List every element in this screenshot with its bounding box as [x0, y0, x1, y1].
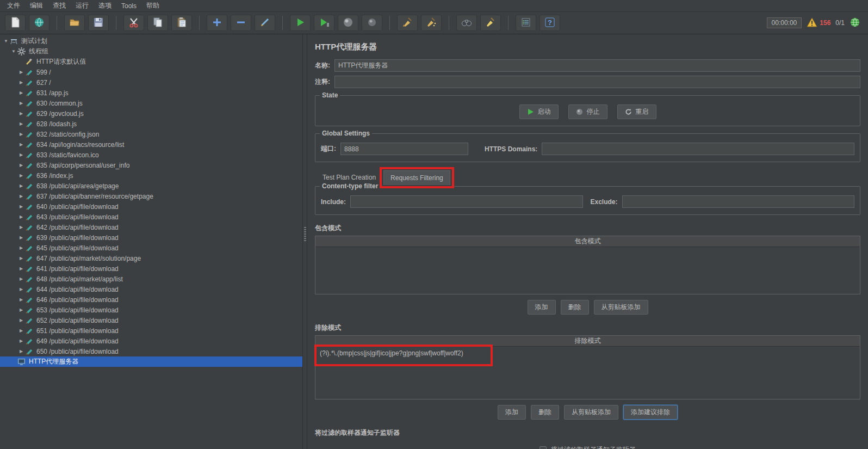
tree-node[interactable]: ▶645 /public/api/file/download [0, 243, 302, 253]
toolbar-cut-button[interactable] [123, 15, 144, 31]
name-input[interactable] [334, 59, 860, 72]
tree-node[interactable]: ▶631 /app.js [0, 88, 302, 98]
toolbar-new-button[interactable] [5, 15, 26, 31]
tree-collapsed-arrow[interactable]: ▶ [17, 318, 25, 323]
toolbar-search-button[interactable] [456, 15, 477, 31]
error-indicator[interactable]: 156 [807, 17, 830, 29]
tree-node[interactable]: ▶627 / [0, 77, 302, 88]
tree-expanded-arrow[interactable]: ▼ [2, 39, 10, 44]
tree-collapsed-arrow[interactable]: ▶ [17, 204, 25, 209]
tree-collapsed-arrow[interactable]: ▶ [17, 173, 25, 178]
tree-collapsed-arrow[interactable]: ▶ [17, 101, 25, 106]
toolbar-templates-button[interactable] [29, 15, 49, 31]
tree-node[interactable]: ▶646 /public/api/file/download [0, 294, 302, 305]
tree-node[interactable]: ▶640 /public/api/file/download [0, 201, 302, 212]
删除-button[interactable]: 删除 [561, 300, 589, 315]
tree-node[interactable]: ▶643 /public/api/file/download [0, 212, 302, 222]
tree-node[interactable]: ▶652 /public/api/file/download [0, 315, 302, 325]
port-input[interactable] [340, 143, 468, 155]
tree-node[interactable]: ▶644 /public/api/file/download [0, 284, 302, 294]
toolbar-start-no-timers-button[interactable] [314, 15, 334, 31]
tree-node[interactable]: ▼线程组 [0, 46, 302, 57]
tree-node[interactable]: ▶599 / [0, 67, 302, 77]
tree-collapsed-arrow[interactable]: ▶ [17, 225, 25, 230]
添加建议排除-button[interactable]: 添加建议排除 [623, 405, 678, 420]
tree-node[interactable]: ▶641 /public/api/file/download [0, 263, 302, 274]
tree-collapsed-arrow[interactable]: ▶ [17, 194, 25, 199]
tree-node[interactable]: ▶628 /lodash.js [0, 119, 302, 129]
tree-node[interactable]: ▶637 /public/api/banner/resource/getpage [0, 191, 302, 201]
comment-input[interactable] [334, 76, 860, 88]
tree-node[interactable]: ▶630 /common.js [0, 98, 302, 108]
tree-collapsed-arrow[interactable]: ▶ [17, 152, 25, 157]
tree-collapsed-arrow[interactable]: ▶ [17, 163, 25, 168]
split-divider[interactable] [302, 34, 307, 449]
tree-node[interactable]: ▶651 /public/api/file/download [0, 325, 302, 336]
tree-collapsed-arrow[interactable]: ▶ [17, 266, 25, 271]
删除-button[interactable]: 删除 [531, 405, 559, 420]
menu-item-编辑[interactable]: 编辑 [25, 0, 48, 12]
tree-collapsed-arrow[interactable]: ▶ [17, 256, 25, 261]
tree-node[interactable]: ▶642 /public/api/file/download [0, 222, 302, 232]
toolbar-save-button[interactable] [88, 15, 109, 31]
tree-node[interactable]: ▶634 /api/login/acs/resource/list [0, 139, 302, 150]
tree-collapsed-arrow[interactable]: ▶ [17, 276, 25, 281]
exclude-input[interactable] [622, 195, 854, 208]
exclude-patterns-body[interactable]: (?i).*\.(bmp|css|js|gif|ico|jpe?g|png|sw… [315, 347, 860, 399]
include-input[interactable] [350, 195, 582, 208]
tree-collapsed-arrow[interactable]: ▶ [17, 339, 25, 343]
tree-collapsed-arrow[interactable]: ▶ [17, 90, 25, 95]
tree-node[interactable]: ▼测试计划 [0, 36, 302, 46]
tree-node[interactable]: HTTP请求默认值 [0, 57, 302, 67]
tree-collapsed-arrow[interactable]: ▶ [17, 183, 25, 188]
toolbar-remove-button[interactable] [231, 15, 251, 31]
toolbar-clear-button[interactable] [397, 15, 418, 31]
toolbar-toggle-button[interactable] [255, 15, 275, 31]
toolbar-add-button[interactable] [207, 15, 227, 31]
tree-node[interactable]: HTTP代理服务器 [0, 356, 302, 367]
toolbar-start-button[interactable] [290, 15, 311, 31]
tree-collapsed-arrow[interactable]: ▶ [17, 80, 25, 85]
tree-collapsed-arrow[interactable]: ▶ [17, 287, 25, 292]
pattern-row[interactable]: (?i).*\.(bmp|css|js|gif|ico|jpe?g|png|sw… [315, 347, 860, 360]
tree-node[interactable]: ▶636 /index.js [0, 170, 302, 181]
tree-node[interactable]: ▶650 /public/api/file/download [0, 346, 302, 356]
tree-collapsed-arrow[interactable]: ▶ [17, 328, 25, 333]
tree-collapsed-arrow[interactable]: ▶ [17, 132, 25, 137]
添加-button[interactable]: 添加 [498, 405, 526, 420]
从剪贴板添加-button[interactable]: 从剪贴板添加 [564, 405, 618, 420]
停止-button[interactable]: 停止 [568, 104, 607, 119]
https-domains-input[interactable] [542, 143, 854, 155]
splitter-grip[interactable] [304, 226, 306, 242]
menu-item-查找[interactable]: 查找 [48, 0, 71, 12]
toolbar-search-reset-button[interactable] [480, 15, 501, 31]
tree-expanded-arrow[interactable]: ▼ [10, 49, 17, 54]
tree-collapsed-arrow[interactable]: ▶ [17, 297, 25, 302]
tree-node[interactable]: ▶635 /api/corp/personal/user_info [0, 160, 302, 170]
tree-collapsed-arrow[interactable]: ▶ [17, 111, 25, 116]
tree-collapsed-arrow[interactable]: ▶ [17, 307, 25, 312]
toolbar-clear-all-button[interactable] [421, 15, 442, 31]
tree-node[interactable]: ▶629 /govcloud.js [0, 108, 302, 119]
toolbar-shutdown-button[interactable] [362, 15, 382, 31]
tree-node[interactable]: ▶638 /public/api/area/getpage [0, 181, 302, 191]
tree-node[interactable]: ▶649 /public/api/file/download [0, 336, 302, 346]
启动-button[interactable]: 启动 [519, 104, 559, 119]
tree-node[interactable]: ▶632 /static/config.json [0, 129, 302, 139]
toolbar-stop-button[interactable] [338, 15, 358, 31]
tree-node[interactable]: ▶647 /public/api/market/solution/page [0, 253, 302, 263]
toolbar-paste-button[interactable] [171, 15, 192, 31]
tree-collapsed-arrow[interactable]: ▶ [17, 235, 25, 240]
tree-node[interactable]: ▶648 /public/api/market/app/list [0, 274, 302, 284]
menu-item-帮助[interactable]: 帮助 [141, 0, 164, 12]
toolbar-function-helper-button[interactable] [516, 15, 536, 31]
tree-collapsed-arrow[interactable]: ▶ [17, 70, 25, 75]
tree-collapsed-arrow[interactable]: ▶ [17, 349, 25, 354]
notify-checkbox[interactable] [540, 446, 547, 449]
重启-button[interactable]: 重启 [617, 104, 656, 119]
menu-item-选项[interactable]: 选项 [94, 0, 116, 12]
tree-node[interactable]: ▶633 /static/favicon.ico [0, 150, 302, 160]
include-patterns-body[interactable] [315, 247, 860, 294]
tree-collapsed-arrow[interactable]: ▶ [17, 214, 25, 219]
toolbar-open-button[interactable] [64, 15, 85, 31]
